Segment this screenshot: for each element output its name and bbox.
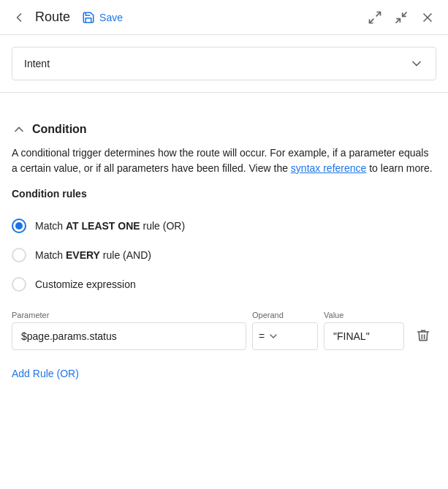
- description-part2: to learn more.: [366, 162, 432, 174]
- section-header[interactable]: Condition: [12, 110, 436, 145]
- condition-rules-label: Condition rules: [12, 188, 436, 200]
- operand-select[interactable]: =: [252, 322, 318, 350]
- radio-option-or[interactable]: Match AT LEAST ONE rule (OR): [12, 211, 436, 240]
- radio-or-label: Match AT LEAST ONE rule (OR): [35, 220, 185, 232]
- chevron-down-icon: [409, 56, 424, 71]
- expand-button[interactable]: [363, 6, 387, 29]
- radio-custom[interactable]: [12, 277, 26, 292]
- radio-and[interactable]: [12, 248, 26, 262]
- header-actions: [363, 6, 439, 29]
- back-button[interactable]: [9, 7, 29, 28]
- operand-chevron-icon: [267, 330, 279, 342]
- radio-group: Match AT LEAST ONE rule (OR) Match EVERY…: [12, 211, 436, 299]
- spacer: [0, 93, 448, 110]
- radio-option-and[interactable]: Match EVERY rule (AND): [12, 240, 436, 270]
- collapse-icon: [394, 10, 409, 25]
- radio-and-label: Match EVERY rule (AND): [35, 249, 151, 261]
- intent-section: Intent: [0, 35, 448, 93]
- intent-placeholder: Intent: [24, 58, 50, 69]
- svg-line-1: [370, 18, 374, 23]
- radio-or[interactable]: [12, 219, 26, 233]
- page-title: Route: [35, 10, 70, 25]
- parameter-input[interactable]: [12, 322, 246, 350]
- close-icon: [420, 10, 435, 25]
- rule-row: Parameter Operand = Value: [12, 311, 436, 350]
- svg-line-2: [396, 18, 400, 23]
- save-icon: [82, 11, 95, 24]
- header-left: Route Save: [9, 7, 357, 28]
- radio-option-custom[interactable]: Customize expression: [12, 270, 436, 299]
- expand-icon: [368, 10, 382, 25]
- parameter-field: Parameter: [12, 311, 246, 350]
- radio-custom-label: Customize expression: [35, 278, 136, 290]
- condition-section: Condition A conditional trigger determin…: [0, 110, 448, 397]
- close-button[interactable]: [416, 6, 439, 29]
- condition-description: A conditional trigger determines how the…: [12, 145, 436, 176]
- svg-line-3: [403, 12, 407, 16]
- header: Route Save: [0, 0, 448, 35]
- collapse-button[interactable]: [390, 6, 413, 29]
- operand-value: =: [259, 330, 265, 342]
- trash-icon: [416, 328, 430, 343]
- save-label: Save: [99, 12, 123, 23]
- delete-rule-button[interactable]: [410, 322, 436, 349]
- syntax-reference-link[interactable]: syntax reference: [291, 162, 367, 174]
- radio-or-inner: [15, 222, 23, 230]
- value-field: Value: [324, 311, 404, 350]
- save-button[interactable]: Save: [76, 8, 129, 27]
- section-title: Condition: [32, 123, 87, 136]
- intent-dropdown[interactable]: Intent: [12, 47, 436, 80]
- operand-label: Operand: [252, 311, 318, 319]
- operand-field: Operand =: [252, 311, 318, 350]
- chevron-up-icon: [12, 122, 26, 137]
- value-input[interactable]: [324, 322, 404, 350]
- value-label: Value: [324, 311, 404, 319]
- parameter-label: Parameter: [12, 311, 246, 319]
- svg-line-0: [376, 12, 381, 16]
- add-rule-button[interactable]: Add Rule (OR): [12, 362, 79, 385]
